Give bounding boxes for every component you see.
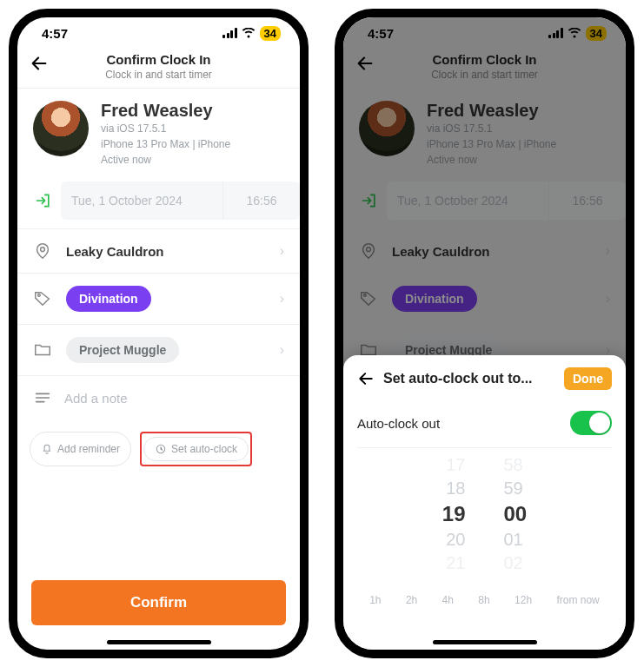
tag-icon: [33, 289, 54, 308]
profile-via: via iOS 17.5.1: [427, 121, 556, 136]
time-field[interactable]: 16:56: [223, 182, 300, 220]
cellular-icon: [222, 28, 237, 38]
screen-main: Confirm Clock In Clock in and start time…: [17, 49, 300, 479]
tag-pill: Divination: [66, 286, 151, 312]
profile-name: Fred Weasley: [427, 101, 556, 121]
profile-block: Fred Weasley via iOS 17.5.1 iPhone 13 Pr…: [17, 89, 300, 176]
phone-left: 4:57 34 Confirm Clock In Clock in and st…: [9, 9, 309, 658]
home-indicator[interactable]: [433, 640, 537, 644]
header: Confirm Clock In Clock in and start time…: [343, 49, 626, 89]
date-field[interactable]: Tue, 1 October 2024: [387, 182, 549, 220]
header: Confirm Clock In Clock in and start time…: [17, 49, 300, 89]
autoclock-toggle[interactable]: [570, 411, 612, 435]
phone-right: 4:57 34 Confirm Clock In Clock in and st…: [335, 9, 634, 658]
battery-badge: 34: [260, 26, 281, 41]
toggle-label: Auto-clock out: [357, 416, 440, 431]
login-icon: [352, 182, 387, 220]
add-reminder-chip[interactable]: Add reminder: [30, 432, 131, 466]
picker-hour: 21: [446, 553, 465, 573]
note-row[interactable]: Add a note: [17, 375, 300, 419]
picker-hour: 20: [446, 530, 465, 550]
chevron-right-icon: ›: [280, 291, 284, 307]
set-autoclock-chip[interactable]: Set auto-clock: [143, 437, 249, 461]
back-button[interactable]: [355, 54, 375, 73]
date-field[interactable]: Tue, 1 October 2024: [61, 182, 223, 220]
location-label: Leaky Cauldron: [66, 244, 268, 259]
chevron-right-icon: ›: [280, 342, 284, 358]
picker-min: 02: [504, 553, 523, 573]
svg-point-0: [41, 248, 45, 252]
bell-icon: [41, 443, 53, 455]
battery-badge: 34: [586, 26, 607, 41]
profile-block: Fred Weasley via iOS 17.5.1 iPhone 13 Pr…: [343, 89, 626, 176]
status-time: 4:57: [42, 26, 68, 41]
preset-12h[interactable]: 12h: [515, 594, 532, 606]
page-title: Confirm Clock In: [343, 52, 626, 67]
highlight-box: Set auto-clock: [140, 432, 252, 466]
preset-4h[interactable]: 4h: [442, 594, 454, 606]
preset-1h[interactable]: 1h: [369, 594, 381, 606]
profile-device: iPhone 13 Pro Max | iPhone: [101, 136, 230, 152]
preset-2h[interactable]: 2h: [406, 594, 417, 606]
reminder-chip-label: Add reminder: [57, 443, 120, 455]
status-right: 34: [548, 26, 607, 41]
location-label: Leaky Cauldron: [392, 244, 594, 259]
time-picker[interactable]: 1758 1859 1900 2001 2102: [357, 448, 612, 584]
sheet-title: Set auto-clock out to...: [383, 371, 533, 386]
profile-device: iPhone 13 Pro Max | iPhone: [427, 136, 556, 152]
wifi-icon: [568, 28, 581, 38]
location-row[interactable]: Leaky Cauldron ›: [343, 228, 626, 273]
status-bar: 4:57 34: [343, 17, 626, 49]
page-title: Confirm Clock In: [17, 52, 300, 67]
time-field[interactable]: 16:56: [549, 182, 626, 220]
chevron-right-icon: ›: [280, 243, 284, 259]
preset-fromnow[interactable]: from now: [556, 594, 599, 606]
chip-row: Add reminder Set auto-clock: [17, 419, 300, 479]
status-right: 34: [222, 26, 281, 41]
avatar: [33, 101, 89, 156]
svg-point-4: [364, 294, 367, 297]
picker-min: 59: [504, 479, 523, 499]
note-placeholder: Add a note: [64, 391, 128, 406]
back-button[interactable]: [30, 54, 49, 73]
clock-icon: [155, 443, 167, 455]
location-icon: [359, 241, 380, 261]
avatar: [359, 101, 415, 156]
location-row[interactable]: Leaky Cauldron ›: [17, 228, 300, 273]
project-row[interactable]: Project Muggle ›: [17, 324, 300, 375]
note-icon: [33, 388, 52, 407]
autoclock-chip-label: Set auto-clock: [171, 443, 237, 455]
profile-status: Active now: [427, 152, 556, 168]
profile-status: Active now: [101, 152, 230, 168]
screen-main-dimmed: Confirm Clock In Clock in and start time…: [343, 49, 626, 375]
profile-name: Fred Weasley: [101, 101, 230, 121]
picker-hour: 18: [446, 479, 465, 499]
chevron-right-icon: ›: [606, 291, 610, 307]
sheet-back-button[interactable]: [357, 370, 375, 387]
project-pill: Project Muggle: [66, 337, 179, 363]
picker-hour: 17: [446, 455, 465, 475]
location-icon: [33, 241, 54, 261]
cellular-icon: [548, 28, 563, 38]
status-time: 4:57: [368, 26, 394, 41]
quick-presets: 1h 2h 4h 8h 12h from now: [357, 594, 612, 606]
svg-point-1: [38, 294, 41, 297]
page-subtitle: Clock in and start timer: [17, 69, 300, 81]
status-bar: 4:57 34: [17, 17, 300, 49]
folder-icon: [33, 340, 54, 360]
datetime-row: Tue, 1 October 2024 16:56: [17, 182, 300, 220]
svg-point-3: [367, 248, 371, 252]
login-icon: [26, 182, 61, 220]
preset-8h[interactable]: 8h: [478, 594, 489, 606]
done-button[interactable]: Done: [564, 367, 612, 390]
tag-row[interactable]: Divination ›: [343, 273, 626, 324]
home-indicator[interactable]: [107, 640, 211, 644]
confirm-button[interactable]: Confirm: [31, 580, 286, 625]
picker-min: 58: [504, 455, 523, 475]
tag-pill: Divination: [392, 286, 477, 312]
chevron-right-icon: ›: [606, 243, 610, 259]
tag-row[interactable]: Divination ›: [17, 273, 300, 324]
autoclock-toggle-row: Auto-clock out: [357, 404, 612, 448]
page-subtitle: Clock in and start timer: [343, 69, 626, 81]
picker-hour-selected: 19: [442, 502, 466, 526]
